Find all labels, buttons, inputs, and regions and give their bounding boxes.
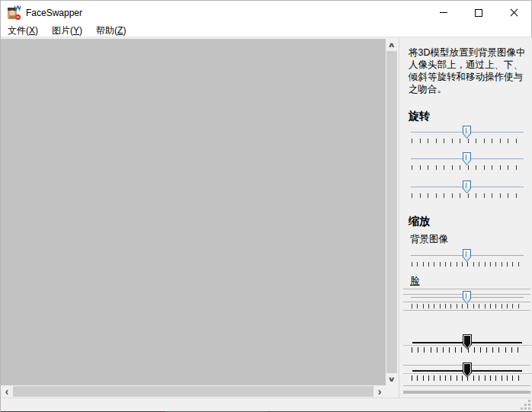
slider-ticks	[412, 193, 524, 198]
rotate-slider-1[interactable]	[411, 125, 524, 145]
rotate-slider-3[interactable]	[411, 180, 524, 200]
resize-grip-icon[interactable]	[520, 399, 530, 410]
faceswapper-window: FaceSwapper 文件(X) 图片(Y) 帮助(Z) ∧ ∨	[0, 0, 532, 412]
bottom-slider-1[interactable]	[411, 334, 524, 357]
scale-heading: 缩放	[409, 215, 430, 228]
separator-bar	[403, 391, 530, 394]
scroll-left-icon: ‹	[5, 386, 9, 397]
scroll-down-button[interactable]: ∨	[386, 373, 398, 385]
scroll-right-icon: ›	[378, 386, 382, 397]
face-scale-slider[interactable]	[411, 290, 524, 310]
horizontal-scroll-thumb[interactable]	[13, 386, 373, 397]
scroll-left-button[interactable]: ‹	[1, 385, 13, 398]
slider-ticks	[412, 139, 524, 143]
scroll-up-button[interactable]: ∧	[386, 39, 398, 51]
background-image-label: 背景图像	[410, 233, 448, 246]
bottom-slider-2[interactable]	[411, 362, 524, 385]
rotate-slider-2[interactable]	[411, 152, 524, 171]
menubar: 文件(X) 图片(Y) 帮助(Z)	[1, 24, 531, 37]
slider-thumb[interactable]	[463, 249, 471, 262]
slider-thumb[interactable]	[463, 126, 471, 139]
background-scale-slider[interactable]	[411, 248, 524, 268]
close-icon	[509, 8, 519, 18]
minimize-icon	[440, 12, 447, 13]
menu-item-image[interactable]: 图片(Y)	[45, 24, 89, 37]
slider-ticks	[412, 262, 524, 267]
maximize-icon	[475, 9, 482, 17]
vertical-scrollbar[interactable]: ∧ ∨	[386, 39, 398, 385]
window-title: FaceSwapper	[26, 8, 82, 18]
titlebar[interactable]: FaceSwapper	[1, 1, 531, 24]
face-label: 脸	[410, 275, 420, 288]
close-button[interactable]	[496, 1, 531, 24]
scroll-up-icon: ∧	[388, 41, 396, 49]
minimize-button[interactable]	[426, 1, 461, 24]
menu-item-help[interactable]: 帮助(Z)	[89, 24, 133, 37]
separator-line	[403, 289, 530, 289]
tool-panel: 将3D模型放置到背景图像中 人像头部上，通过上、下、 倾斜等旋转和移动操作使与 …	[399, 37, 532, 398]
horizontal-scrollbar[interactable]: ‹ ›	[1, 385, 386, 398]
rotate-heading: 旋转	[409, 110, 430, 123]
vertical-scroll-thumb[interactable]	[386, 51, 397, 373]
statusbar	[1, 398, 532, 411]
image-canvas[interactable]	[1, 39, 386, 385]
scroll-down-icon: ∨	[388, 375, 396, 383]
separator-line	[403, 385, 530, 386]
instructions-text: 将3D模型放置到背景图像中 人像头部上，通过上、下、 倾斜等旋转和移动操作使与 …	[409, 46, 530, 95]
slider-thumb[interactable]	[463, 291, 471, 304]
content-area: ∧ ∨ ‹ › 将3D模型放置到背景图像中 人像头部上，通过上、下、 倾斜等旋转…	[1, 37, 532, 398]
slider-thumb[interactable]	[463, 152, 471, 165]
slider-ticks	[412, 165, 524, 170]
scroll-right-button[interactable]: ›	[373, 385, 386, 398]
maximize-button[interactable]	[461, 1, 496, 24]
slider-thumb[interactable]	[463, 180, 471, 193]
faceswapper-app-icon[interactable]	[6, 5, 21, 21]
slider-ticks	[412, 304, 524, 308]
menu-item-file[interactable]: 文件(X)	[1, 24, 45, 37]
separator-line	[403, 310, 530, 311]
